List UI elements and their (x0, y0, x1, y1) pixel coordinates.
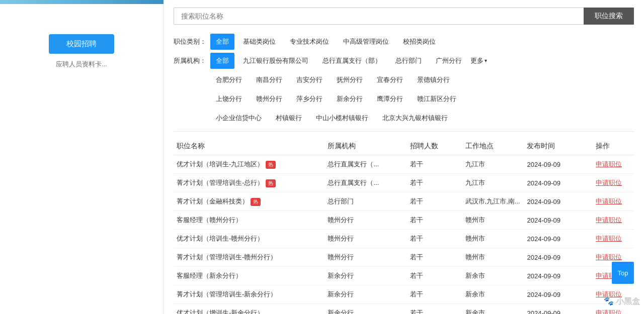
org-tag-yingtan[interactable]: 鹰潭分行 (371, 91, 409, 107)
job-table: 职位名称 所属机构 招聘人数 工作地点 发布时间 操作 优才计划（培训生-九江地… (174, 138, 634, 314)
org-more-button[interactable]: 更多 ▾ (470, 53, 487, 67)
scroll-to-top-button[interactable]: Top (612, 262, 634, 284)
job-action-cell: 申请职位 (593, 174, 634, 192)
table-row: 客服经理（赣州分行）赣州分行若干赣州市2024-09-09申请职位 (174, 211, 634, 230)
org-tag-shangrao[interactable]: 上饶分行 (210, 91, 248, 107)
job-count-cell: 若干 (407, 304, 462, 315)
job-org-cell: 总行直属支行（... (325, 155, 407, 174)
org-tag-hefei[interactable]: 合肥分行 (210, 72, 248, 88)
org-tag-3[interactable]: 总行部门 (390, 53, 427, 69)
org-tag-nanchang[interactable]: 南昌分行 (251, 72, 288, 88)
job-name-cell: 优才计划（增训生-新余分行） (174, 304, 325, 315)
table-row: 优才计划（增训生-新余分行）新余分行若干新余市2024-09-09申请职位 (174, 304, 634, 315)
job-date-cell: 2024-09-09 (524, 230, 593, 248)
job-date-cell: 2024-09-09 (524, 267, 593, 285)
apply-link[interactable]: 申请职位 (596, 197, 622, 205)
col-header-action: 操作 (593, 138, 634, 155)
org-tag-2[interactable]: 总行直属支行（部） (317, 53, 387, 69)
job-location-cell: 武汉市,九江市,南... (462, 192, 524, 211)
org-tag-ganzhou[interactable]: 赣州分行 (251, 91, 288, 107)
apply-link[interactable]: 申请职位 (596, 179, 622, 186)
org-tag-beijing[interactable]: 北京大兴九银村镇银行 (377, 110, 453, 126)
job-location-cell: 赣州市 (462, 230, 524, 248)
job-name-cell: 菁才计划（管理培训生-新余分行） (174, 285, 325, 304)
table-row: 菁才计划（金融科技类）热总行部门若干武汉市,九江市,南...2024-09-09… (174, 192, 634, 211)
watermark: 🐾 小黑盒 (584, 289, 644, 314)
job-org-cell: 总行直属支行（... (325, 174, 407, 192)
job-name-cell: 客服经理（新余分行） (174, 267, 325, 285)
org-tag-fuzhou[interactable]: 抚州分行 (331, 72, 368, 88)
job-action-cell: 申请职位 (593, 211, 634, 230)
main-content: 职位搜索 职位类别： 全部 基础类岗位 专业技术岗位 中高级管理岗位 校招类岗位… (164, 0, 644, 314)
job-count-cell: 若干 (407, 248, 462, 267)
table-header-row: 职位名称 所属机构 招聘人数 工作地点 发布时间 操作 (174, 138, 634, 155)
category-filter: 职位类别： 全部 基础类岗位 专业技术岗位 中高级管理岗位 校招类岗位 (174, 34, 634, 50)
job-name-cell: 菁才计划（管理培训生-总行）热 (174, 174, 325, 192)
col-header-name: 职位名称 (174, 138, 325, 155)
org-tag-sme[interactable]: 小企业信贷中心 (210, 110, 267, 126)
table-row: 优才计划（培训生-九江地区）热总行直属支行（...若干九江市2024-09-09… (174, 155, 634, 174)
apply-link[interactable]: 申请职位 (596, 235, 622, 242)
search-bar: 职位搜索 (174, 8, 634, 25)
cat-tag-2[interactable]: 专业技术岗位 (284, 34, 335, 50)
page-wrapper: 校园招聘 应聘人员资料卡... 职位搜索 职位类别： 全部 基础类岗位 专业技术… (0, 0, 644, 314)
org-filter-row4: 所属机构： 小企业信贷中心 村镇银行 中山小榄村镇银行 北京大兴九银村镇银行 (174, 110, 634, 126)
col-header-date: 发布时间 (524, 138, 593, 155)
category-label: 职位类别： (174, 34, 206, 48)
org-tag-xinyu[interactable]: 新余分行 (331, 91, 368, 107)
sidebar: 校园招聘 应聘人员资料卡... (0, 0, 164, 314)
job-location-cell: 赣州市 (462, 211, 524, 230)
org-tag-jingdezhen[interactable]: 景德镇分行 (412, 72, 455, 88)
category-tags: 全部 基础类岗位 专业技术岗位 中高级管理岗位 校招类岗位 (210, 34, 441, 50)
org-filter-row3: 所属机构： 上饶分行 赣州分行 萍乡分行 新余分行 鹰潭分行 赣江新区分行 (174, 91, 634, 107)
job-date-cell: 2024-09-09 (524, 192, 593, 211)
job-org-cell: 新余分行 (325, 285, 407, 304)
org-tag-jian[interactable]: 吉安分行 (291, 72, 328, 88)
job-date-cell: 2024-09-09 (524, 304, 593, 315)
org-tag-pingxiang[interactable]: 萍乡分行 (291, 91, 328, 107)
cat-tag-1[interactable]: 基础类岗位 (237, 34, 281, 50)
job-org-cell: 新余分行 (325, 304, 407, 315)
job-date-cell: 2024-09-09 (524, 174, 593, 192)
org-tags-row4: 小企业信贷中心 村镇银行 中山小榄村镇银行 北京大兴九银村镇银行 (210, 110, 453, 126)
apply-link[interactable]: 申请职位 (596, 216, 622, 224)
search-input[interactable] (174, 8, 584, 25)
org-tag-0[interactable]: 全部 (210, 53, 234, 69)
apply-link[interactable]: 申请职位 (596, 160, 622, 168)
job-count-cell: 若干 (407, 155, 462, 174)
col-header-org: 所属机构 (325, 138, 407, 155)
job-location-cell: 赣州市 (462, 248, 524, 267)
job-location-cell: 新余市 (462, 267, 524, 285)
org-tag-zhongshan[interactable]: 中山小榄村镇银行 (310, 110, 374, 126)
search-button[interactable]: 职位搜索 (584, 8, 634, 25)
org-tags-row3: 上饶分行 赣州分行 萍乡分行 新余分行 鹰潭分行 赣江新区分行 (210, 91, 462, 107)
org-filter-row2: 所属机构： 合肥分行 南昌分行 吉安分行 抚州分行 宜春分行 景德镇分行 (174, 72, 634, 88)
job-action-cell: 申请职位 (593, 155, 634, 174)
col-header-location: 工作地点 (462, 138, 524, 155)
sidebar-profile-link[interactable]: 应聘人员资料卡... (0, 60, 163, 69)
org-tag-rural[interactable]: 村镇银行 (270, 110, 307, 126)
job-location-cell: 新余市 (462, 285, 524, 304)
cat-tag-4[interactable]: 校招类岗位 (397, 34, 441, 50)
job-name-cell: 菁才计划（金融科技类）热 (174, 192, 325, 211)
org-tag-1[interactable]: 九江银行股份有限公司 (237, 53, 314, 69)
campus-recruit-button[interactable]: 校园招聘 (49, 34, 114, 54)
job-action-cell: 申请职位 (593, 230, 634, 248)
table-row: 菁才计划（管理培训生-新余分行）新余分行若干新余市2024-09-09申请职位 (174, 285, 634, 304)
cat-tag-0[interactable]: 全部 (210, 34, 234, 50)
org-tag-yichun[interactable]: 宜春分行 (371, 72, 409, 88)
job-count-cell: 若干 (407, 192, 462, 211)
hot-badge: 热 (251, 198, 261, 206)
cat-tag-3[interactable]: 中高级管理岗位 (338, 34, 394, 50)
chevron-down-icon: ▾ (485, 56, 487, 66)
org-label: 所属机构： (174, 53, 206, 67)
job-org-cell: 赣州分行 (325, 211, 407, 230)
apply-link[interactable]: 申请职位 (596, 253, 622, 261)
job-count-cell: 若干 (407, 267, 462, 285)
job-org-cell: 赣州分行 (325, 230, 407, 248)
org-tag-4[interactable]: 广州分行 (430, 53, 467, 69)
hot-badge: 热 (266, 179, 276, 187)
col-header-count: 招聘人数 (407, 138, 462, 155)
org-tag-ganjiang[interactable]: 赣江新区分行 (412, 91, 462, 107)
table-row: 客服经理（新余分行）新余分行若干新余市2024-09-09申请职位 (174, 267, 634, 285)
